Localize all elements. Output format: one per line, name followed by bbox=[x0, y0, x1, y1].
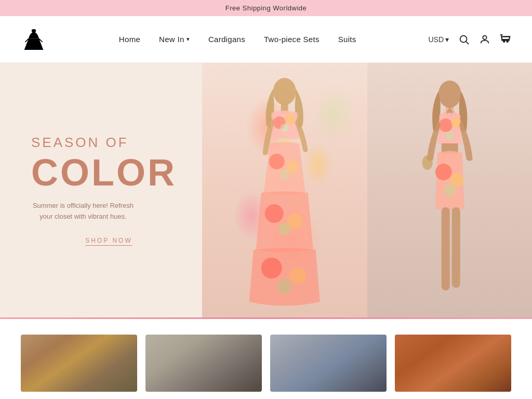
hero-model-left bbox=[202, 63, 367, 317]
svg-point-17 bbox=[278, 223, 291, 235]
svg-point-25 bbox=[445, 131, 454, 140]
model-silhouette-left bbox=[202, 63, 367, 317]
hero-season-label: SEASON OF bbox=[31, 135, 187, 151]
nav-cardigans[interactable]: Cardigans bbox=[208, 35, 245, 44]
svg-point-3 bbox=[483, 35, 486, 39]
hero-text-panel: SEASON OF COLOR Summer is officially her… bbox=[0, 63, 202, 317]
currency-dropdown-icon: ▾ bbox=[445, 35, 449, 44]
svg-point-15 bbox=[265, 204, 284, 223]
svg-rect-31 bbox=[451, 207, 460, 288]
header-actions: USD ▾ bbox=[428, 34, 511, 45]
product-card-2[interactable] bbox=[145, 335, 262, 392]
currency-selector[interactable]: USD ▾ bbox=[428, 35, 449, 44]
hero-section: SEASON OF COLOR Summer is officially her… bbox=[0, 63, 532, 317]
new-in-dropdown-icon: ▾ bbox=[187, 36, 190, 43]
search-icon bbox=[458, 34, 470, 45]
logo-icon bbox=[21, 26, 47, 52]
svg-point-20 bbox=[277, 279, 292, 294]
svg-point-14 bbox=[280, 169, 290, 180]
svg-point-12 bbox=[269, 154, 285, 169]
cart-icon bbox=[500, 34, 511, 45]
banner-text: Free Shipping Worldwide bbox=[225, 4, 307, 12]
main-nav: Home New In ▾ Cardigans Two-piece Sets S… bbox=[119, 35, 356, 44]
svg-point-27 bbox=[435, 164, 451, 180]
hero-images bbox=[202, 63, 532, 317]
account-button[interactable] bbox=[479, 34, 490, 45]
nav-suits[interactable]: Suits bbox=[338, 35, 356, 44]
svg-point-23 bbox=[438, 118, 452, 132]
product-card-4[interactable] bbox=[395, 335, 511, 392]
svg-point-9 bbox=[285, 114, 295, 124]
svg-line-2 bbox=[466, 42, 469, 44]
model-silhouette-right bbox=[367, 63, 532, 317]
hero-subtitle: Summer is officially here! Refresh your … bbox=[31, 201, 135, 222]
svg-point-32 bbox=[422, 155, 432, 170]
cart-button[interactable] bbox=[500, 34, 511, 45]
product-card-1[interactable] bbox=[21, 335, 137, 392]
top-banner: Free Shipping Worldwide bbox=[0, 0, 532, 16]
header: Home New In ▾ Cardigans Two-piece Sets S… bbox=[0, 16, 532, 63]
shop-now-button[interactable]: SHOP NOW bbox=[85, 237, 132, 246]
product-grid bbox=[0, 319, 532, 399]
hero-color-label: COLOR bbox=[31, 154, 187, 191]
nav-two-piece-sets[interactable]: Two-piece Sets bbox=[264, 35, 320, 44]
logo-link[interactable] bbox=[21, 26, 47, 52]
svg-point-29 bbox=[444, 184, 455, 196]
nav-home[interactable]: Home bbox=[119, 35, 140, 44]
svg-point-28 bbox=[450, 173, 463, 187]
svg-point-21 bbox=[438, 81, 461, 108]
svg-point-6 bbox=[273, 78, 296, 105]
search-button[interactable] bbox=[458, 34, 470, 45]
svg-rect-30 bbox=[441, 207, 449, 290]
product-card-3[interactable] bbox=[270, 335, 387, 392]
hero-model-right bbox=[367, 63, 532, 317]
svg-point-19 bbox=[289, 268, 306, 284]
nav-new-in[interactable]: New In ▾ bbox=[159, 35, 190, 44]
svg-point-10 bbox=[281, 124, 289, 132]
svg-point-18 bbox=[261, 258, 282, 278]
svg-point-1 bbox=[460, 35, 467, 42]
account-icon bbox=[479, 34, 490, 45]
